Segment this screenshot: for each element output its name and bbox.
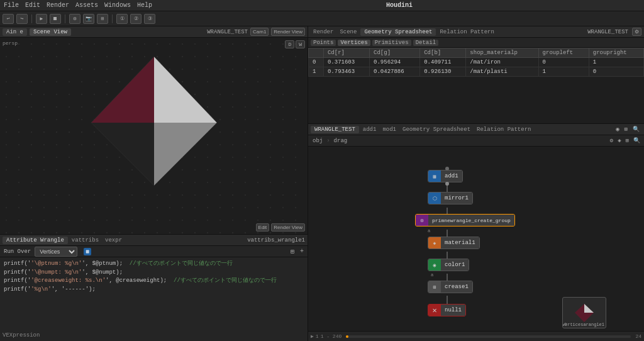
viewport-tab-scene[interactable]: Scene View xyxy=(30,28,71,36)
node-add1[interactable]: ▦ add1 xyxy=(428,170,463,182)
code-editor[interactable]: printf(''\@ptnum: %g\n'', $@ptnum); //すべ… xyxy=(0,257,308,341)
code-line-2: printf(''\@numpt: %g\n'', $@numpt); xyxy=(4,269,304,277)
table-btn-1[interactable]: ⚙ xyxy=(632,28,641,36)
net-toolbar-icon-2[interactable]: ◈ xyxy=(616,137,622,144)
node-color1-label: color1 xyxy=(441,259,469,271)
menu-windows[interactable]: Windows xyxy=(104,2,131,9)
node-mirror1-box[interactable]: ⬡ mirror1 xyxy=(428,192,473,204)
thumb-label: verticesarangle1 xyxy=(562,322,604,327)
col-header-cdg: Cd[g] xyxy=(370,48,420,58)
network-toolbar: obj › drag ⚙ ◈ ⊞ 🔍 xyxy=(308,135,644,147)
table-subtabs: Points Vertices Primitives Detail xyxy=(308,38,644,48)
thumb-sublabel: 0 xyxy=(564,322,567,327)
toolbar-btn-undo[interactable]: ↩ xyxy=(3,14,14,24)
cell-row1-cdg: 0.0427886 xyxy=(370,67,420,77)
run-over-select[interactable]: Vertices Points Primitives Detail xyxy=(35,247,77,257)
toolbar-btn-play[interactable]: ▶ xyxy=(36,14,47,24)
toolbar-btn-3[interactable]: ③ xyxy=(144,14,155,24)
vc-btn-1[interactable]: D xyxy=(285,40,294,48)
code-tab-vexpr[interactable]: vexpr xyxy=(103,237,125,244)
table-tab-relation[interactable]: Relation Pattern xyxy=(437,28,496,36)
col-header-rownum xyxy=(309,48,324,58)
node-add1-box[interactable]: ▦ add1 xyxy=(428,170,463,182)
code-tab-attrib[interactable]: Attribute Wrangle xyxy=(3,237,68,244)
net-tab-geo[interactable]: Geometry Spreadsheet xyxy=(400,126,473,133)
viewport-cam-btn[interactable]: Cam1 xyxy=(250,28,269,36)
node-primnewrangle[interactable]: ⚙ primnewrangle_create_group xyxy=(415,214,515,226)
toolbar-btn-camera[interactable]: 📷 xyxy=(83,14,94,24)
viewport-btn-renderview[interactable]: Render View xyxy=(271,223,305,232)
code-line-1: printf(''\@ptnum: %g\n'', $@ptnum); //すべ… xyxy=(4,260,304,269)
node-color1[interactable]: ◉ color1 xyxy=(428,259,469,271)
viewport-controls: D W xyxy=(285,40,305,48)
node-crease1-box[interactable]: ⊞ crease1 xyxy=(428,281,473,293)
table-container: Cd[r] Cd[g] Cd[b] shop_materialp grouple… xyxy=(308,48,644,123)
node-primnewrangle-label: primnewrangle_create_group xyxy=(428,215,514,226)
node-material1-box[interactable]: ◈ material1 xyxy=(428,237,480,249)
node-null1[interactable]: ✕ null1 xyxy=(428,304,466,316)
menu-edit[interactable]: Edit xyxy=(25,2,40,9)
net-tab-mod1[interactable]: mod1 xyxy=(380,126,399,133)
net-btn-search[interactable]: 🔍 xyxy=(631,126,641,133)
vc-btn-2[interactable]: W xyxy=(296,40,305,48)
table-panel-tabs: Render Scene Geometry Spreadsheet Relati… xyxy=(308,26,644,38)
viewport-title-bar: Ain e Scene View WRANGLE_TEST Cam1 Rende… xyxy=(0,26,308,38)
net-tool-obj[interactable]: obj xyxy=(311,138,325,144)
node-material1-label: material1 xyxy=(441,237,479,249)
toolbar-btn-1[interactable]: ① xyxy=(116,14,128,24)
viewport-tab-1[interactable]: Ain e xyxy=(3,28,27,36)
toolbar-btn-layout[interactable]: ⊞ xyxy=(97,14,108,24)
timeline-range: 1 - 240 xyxy=(321,333,342,339)
net-tab-add1[interactable]: add1 xyxy=(360,126,379,133)
toolbar-btn-stop[interactable]: ⏹ xyxy=(50,14,61,24)
cell-row0-cdr: 0.371603 xyxy=(323,58,369,67)
net-toolbar-icon-1[interactable]: ⚙ xyxy=(609,137,614,144)
node-null1-box[interactable]: ✕ null1 xyxy=(428,304,466,316)
table-tab-render[interactable]: Render xyxy=(311,28,336,36)
net-toolbar-icon-3[interactable]: ⊞ xyxy=(625,137,630,144)
subtab-points[interactable]: Points xyxy=(311,40,336,46)
net-toolbar-icon-4[interactable]: 🔍 xyxy=(632,137,641,144)
viewport-render-btn[interactable]: Render View xyxy=(271,28,305,36)
run-over-icon: ▦ xyxy=(84,248,91,255)
timeline-area: ▶ 1 1 - 240 24 xyxy=(308,331,644,341)
code-btn-expand[interactable]: ⊞ xyxy=(291,248,294,255)
subtab-verts[interactable]: Vertices xyxy=(338,40,370,46)
menu-assets[interactable]: Assets xyxy=(75,2,98,9)
col-header-groupleft: groupleft xyxy=(538,48,589,58)
node-graph[interactable]: ▦ add1 ⬡ mirror1 ⚙ primnewran xyxy=(308,147,644,341)
node-color1-icon: ◉ xyxy=(428,259,441,271)
cell-row0-gr: 1 xyxy=(589,58,643,67)
menu-help[interactable]: Help xyxy=(137,2,152,9)
node-color1-box[interactable]: ◉ color1 xyxy=(428,259,469,271)
viewport-label-persp: persp xyxy=(3,40,18,46)
menu-render[interactable]: Render xyxy=(47,2,69,9)
viewport-area[interactable]: persp D W Edit Render View xyxy=(0,38,308,234)
table-tab-scene[interactable]: Scene xyxy=(337,28,359,36)
table-tab-geospread[interactable]: Geometry Spreadsheet xyxy=(360,28,436,36)
network-panel: WRANGLE_TEST add1 mod1 Geometry Spreadsh… xyxy=(308,124,644,341)
net-tab-wrangle[interactable]: WRANGLE_TEST xyxy=(311,126,359,133)
node-primnewrangle-box[interactable]: ⚙ primnewrangle_create_group xyxy=(415,214,515,226)
node-crease1[interactable]: ⊞ crease1 xyxy=(428,281,473,293)
net-tool-drag[interactable]: drag xyxy=(332,138,350,144)
subtab-detail[interactable]: Detail xyxy=(413,40,438,46)
node-material1-icon: ◈ xyxy=(428,237,441,249)
toolbar-btn-2[interactable]: ② xyxy=(130,14,142,24)
viewport-btn-edit[interactable]: Edit xyxy=(256,223,270,232)
code-node-name: vattribs_wrangle1 xyxy=(247,237,305,243)
code-btn-add[interactable]: + xyxy=(300,248,304,255)
code-tab-vattribs[interactable]: vattribs xyxy=(69,237,101,244)
cell-row0-cdb: 0.409711 xyxy=(420,58,466,67)
node-material1[interactable]: ◈ material1 xyxy=(428,237,480,249)
subtab-prims[interactable]: Primitives xyxy=(372,40,411,46)
bottom-thumbnail[interactable]: verticesarangle1 0 xyxy=(562,297,606,328)
net-tab-relation[interactable]: Relation Pattern xyxy=(474,126,533,133)
toolbar-btn-redo[interactable]: ↪ xyxy=(16,14,28,24)
node-mirror1[interactable]: ⬡ mirror1 xyxy=(428,192,473,204)
menu-file[interactable]: File xyxy=(4,2,19,9)
toolbar-btn-settings[interactable]: ⚙ xyxy=(69,14,80,24)
net-btn-2[interactable]: ⊞ xyxy=(623,126,630,133)
cell-row0-num: 0 xyxy=(309,58,324,67)
net-btn-1[interactable]: ◉ xyxy=(614,126,621,133)
